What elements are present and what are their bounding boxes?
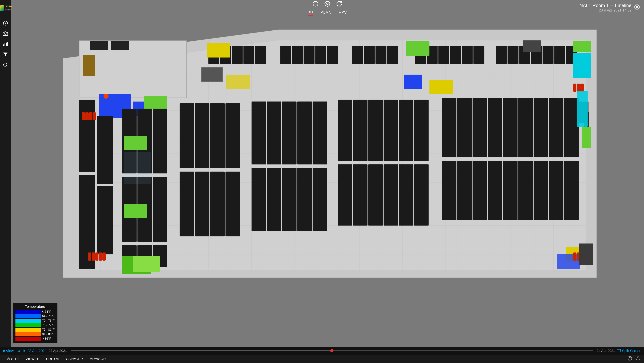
svg-rect-117	[210, 172, 224, 236]
svg-rect-168	[226, 74, 250, 89]
svg-rect-100	[144, 96, 167, 109]
nav-label-editor: EDITOR	[46, 357, 59, 361]
svg-rect-137	[368, 164, 383, 226]
camera-icon-button[interactable]	[1, 29, 10, 38]
room-date: 23rd Apr 2021 14:32	[580, 8, 632, 12]
rotation-controls	[312, 0, 342, 8]
legend-item-2: 70 - 73°F	[16, 319, 54, 323]
info-icon-button[interactable]: i	[1, 19, 10, 28]
svg-rect-121	[282, 102, 296, 164]
svg-rect-142	[457, 98, 472, 157]
user-icon-button[interactable]	[636, 356, 640, 362]
svg-rect-180	[88, 252, 91, 260]
svg-rect-110	[153, 177, 167, 242]
svg-rect-132	[384, 100, 398, 161]
filter-icon-button[interactable]	[1, 50, 10, 59]
svg-rect-69	[255, 46, 266, 64]
chart-icon-button[interactable]	[1, 40, 10, 48]
svg-rect-113	[210, 103, 224, 168]
legend-color-6	[16, 337, 40, 341]
svg-rect-125	[267, 168, 281, 231]
timeline-track[interactable]	[70, 350, 593, 351]
svg-rect-103	[97, 116, 113, 184]
svg-rect-127	[298, 168, 312, 231]
timeline-end-date: 24 Apr 2021	[597, 349, 615, 353]
svg-point-10	[327, 3, 328, 5]
eye-icon-button[interactable]	[634, 4, 640, 11]
rotate-right-button[interactable]	[336, 0, 342, 8]
svg-rect-119	[252, 102, 266, 164]
svg-rect-135	[338, 164, 352, 226]
svg-rect-62	[90, 41, 108, 50]
datacenter-visualization	[11, 0, 644, 347]
svg-rect-85	[496, 46, 507, 64]
svg-rect-114	[226, 103, 240, 168]
nav-label-advisor: ADVISOR	[90, 357, 106, 361]
svg-rect-158	[564, 161, 578, 220]
svg-rect-196	[582, 127, 591, 148]
legend-label-1: 64 - 70°F	[42, 314, 54, 318]
legend-item-4: 77 - 81°F	[16, 328, 54, 332]
svg-rect-112	[195, 103, 209, 168]
split-screen-button[interactable]: Split Screen	[617, 349, 641, 353]
svg-rect-71	[292, 46, 303, 64]
view-tabs: 3D PLAN FPV	[308, 10, 347, 16]
bottom-navigation: SITE VIEWER EDITOR CAPACITY ADVISOR	[0, 355, 644, 363]
svg-rect-126	[282, 168, 296, 231]
svg-rect-177	[85, 112, 88, 120]
svg-rect-78	[387, 46, 398, 64]
svg-rect-167	[430, 80, 453, 94]
svg-rect-102	[79, 175, 95, 247]
tab-plan[interactable]: PLAN	[320, 10, 331, 16]
svg-rect-134	[414, 100, 428, 161]
nav-item-editor[interactable]: EDITOR	[43, 355, 62, 363]
rotate-left-button[interactable]	[312, 0, 319, 8]
timeline-scrubber[interactable]	[330, 349, 334, 352]
svg-point-2	[4, 33, 6, 35]
svg-rect-143	[472, 98, 487, 157]
nav-item-site[interactable]: SITE	[4, 355, 22, 363]
timeline-play-date: 23 Apr 2021	[27, 349, 47, 353]
svg-rect-4	[4, 44, 6, 46]
view-live-button[interactable]: View Live	[3, 349, 21, 353]
legend-label-3: 73 - 77°F	[42, 324, 54, 327]
timeline-play-button[interactable]: 23 Apr 2021	[23, 349, 47, 353]
svg-rect-63	[112, 41, 130, 50]
nav-item-viewer[interactable]: VIEWER	[22, 355, 43, 363]
legend-item-5: 81 - 86°F	[16, 332, 54, 336]
svg-point-201	[7, 358, 10, 360]
svg-rect-118	[226, 172, 240, 236]
tab-fpv[interactable]: FPV	[339, 10, 347, 16]
svg-rect-144	[488, 98, 502, 157]
nav-item-advisor[interactable]: ADVISOR	[86, 355, 109, 363]
svg-rect-138	[384, 164, 398, 226]
svg-rect-72	[304, 46, 314, 64]
svg-rect-94	[573, 53, 591, 78]
main-3d-view[interactable]	[11, 0, 644, 347]
svg-rect-92	[207, 43, 230, 58]
svg-point-16	[636, 6, 638, 8]
temperature-legend: Temperature < 64°F 64 - 70°F 70 - 73°F 7…	[12, 302, 58, 343]
svg-rect-129	[338, 100, 352, 161]
top-toolbar: 3D PLAN FPV	[11, 0, 644, 16]
rotate-center-button[interactable]	[324, 0, 330, 8]
svg-rect-152	[472, 161, 487, 220]
svg-rect-99	[404, 74, 422, 89]
legend-label-4: 77 - 81°F	[42, 328, 54, 332]
search-icon-button[interactable]	[1, 60, 10, 69]
legend-title: Temperature	[16, 304, 54, 309]
svg-rect-155	[518, 161, 533, 220]
svg-rect-131	[368, 100, 383, 161]
room-info: NA61 Room 1 – Timeline 23rd Apr 2021 14:…	[580, 3, 632, 12]
nav-item-capacity[interactable]: CAPACITY	[63, 355, 87, 363]
legend-item-1: 64 - 70°F	[16, 314, 54, 318]
tab-3d[interactable]: 3D	[308, 10, 313, 16]
svg-marker-197	[24, 350, 26, 352]
svg-rect-147	[534, 98, 548, 157]
timeline-start-date: 23 Apr 2021	[48, 349, 67, 353]
svg-rect-83	[462, 46, 472, 64]
help-icon-button[interactable]	[628, 356, 632, 362]
svg-rect-128	[313, 168, 327, 231]
svg-rect-61	[83, 55, 95, 76]
legend-item-6: > 86°F	[16, 337, 54, 341]
